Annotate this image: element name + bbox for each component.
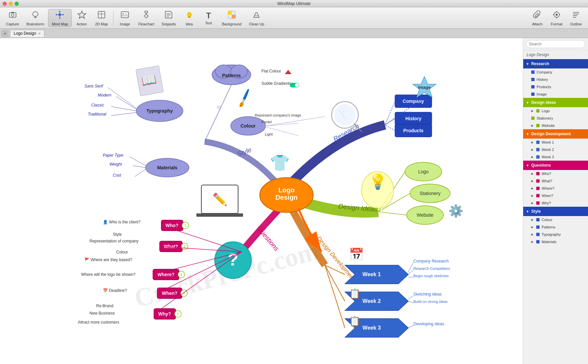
toolbar-snippets[interactable]: Snippets [158,9,179,27]
toolbar-attach[interactable]: Attach [528,9,547,27]
outline-label: Outline [570,22,582,26]
image-dot [531,93,535,96]
svg-text:✏️: ✏️ [212,192,227,206]
expand-when-icon: ▶ [531,194,534,197]
svg-text:Weight: Weight [110,162,122,167]
svg-text:📋: 📋 [349,288,361,299]
toolbar-action[interactable]: Action [72,9,91,27]
svg-text:Week 2: Week 2 [363,298,381,304]
capture-icon [8,10,17,21]
app-title: iMindMap Ultimate [277,1,311,6]
sidebar-item-week2[interactable]: ▶ Week 2 [523,146,588,153]
sidebar-item-who[interactable]: ▶ Who? [523,170,588,177]
sidebar-item-week3[interactable]: ▶ Week 3 [523,153,588,161]
week3-dot [536,155,540,159]
image-icon [120,10,130,21]
sidebar-item-materials[interactable]: ▶ Materials [523,238,588,245]
svg-text:Logo: Logo [278,186,295,194]
toolbar-idea[interactable]: Idea [180,9,199,27]
svg-point-12 [59,17,60,19]
toolbar-image[interactable]: Image [116,9,134,27]
toolbar-flowchart[interactable]: Flowchart [135,9,158,27]
sidebar-section-style[interactable]: ▼ Style [523,207,588,216]
toolbar-brainstorm[interactable]: Brainstorm [23,9,47,27]
attach-icon [533,10,542,21]
sidebar-item-when[interactable]: ▶ When? [523,192,588,199]
sidebar-item-website[interactable]: ▶ Website [523,122,588,129]
background-label: Background [222,22,242,26]
toolbar-format[interactable]: Format [547,9,566,27]
new-tab-button[interactable]: + [1,30,9,37]
svg-text:Products: Products [403,128,424,133]
toolbar-capture[interactable]: Capture [3,9,22,27]
toolbar-cleanup[interactable]: Clean Up [245,9,267,27]
main-content: CrackProPc.com Research Company History … [0,38,588,364]
products-label: Products [537,85,551,89]
2dmap-icon [97,10,106,21]
history-dot [531,78,535,81]
svg-text:Sketching ideas: Sketching ideas [413,292,442,297]
svg-text:Why?: Why? [158,311,171,317]
where-dot [536,187,540,190]
toolbar-text[interactable]: T Text [199,9,218,27]
colour-dot [536,218,540,221]
tab-label: Logo Design [14,31,36,36]
sidebar-section-design-ideas[interactable]: ▼ Design Ideas [523,98,588,107]
colour-label: Colour [542,218,552,222]
svg-text:Sans Serif: Sans Serif [84,84,104,88]
sidebar-item-what[interactable]: ▶ What? [523,177,588,185]
sidebar-item-image[interactable]: Image [523,90,588,98]
sidebar-item-products[interactable]: Products [523,83,588,90]
svg-text:Company Research: Company Research [413,259,449,263]
sidebar-item-patterns[interactable]: ▶ Patterns [523,223,588,231]
svg-text:3: 3 [180,273,182,277]
svg-point-3 [33,12,38,16]
svg-rect-30 [232,15,235,18]
products-dot [531,85,535,88]
sidebar-item-why[interactable]: ▶ Why? [523,199,588,207]
mindmap-canvas[interactable]: CrackProPc.com Research Company History … [0,38,523,364]
svg-text:Pastel: Pastel [261,120,272,124]
cleanup-icon [252,10,261,21]
svg-rect-173 [196,213,243,217]
sidebar-item-logo[interactable]: ▶ Logo [523,107,588,115]
search-input[interactable] [526,40,585,48]
svg-text:Style: Style [113,232,122,237]
svg-point-6 [58,13,61,16]
image-label: Image [120,22,130,26]
brainstorm-label: Brainstorm [26,22,44,26]
sidebar-item-history[interactable]: History [523,76,588,83]
svg-text:Flat Colour: Flat Colour [261,69,281,73]
close-button[interactable] [3,2,7,6]
toolbar-2dmap[interactable]: 2D Map [92,9,112,27]
sidebar-item-colour[interactable]: ▶ Colour [523,216,588,223]
svg-text:⚙️: ⚙️ [448,204,463,218]
svg-text:Materials: Materials [157,165,178,170]
toolbar: Capture Brainstorm Mind Map Act [0,7,588,29]
sidebar-item-company[interactable]: Company [523,68,588,76]
sidebar-item-week1[interactable]: ▶ Week 1 [523,139,588,146]
expand-why-icon: ▶ [531,201,534,205]
sidebar-section-design-dev[interactable]: ▼ Design Development [523,129,588,139]
svg-marker-22 [144,14,148,18]
maximize-button[interactable] [15,2,19,6]
toolbar-background[interactable]: Background [219,9,245,27]
toolbar-mindmap[interactable]: Mind Map [48,9,71,27]
minimize-button[interactable] [9,2,13,6]
sidebar-item-where[interactable]: ▶ Where? [523,185,588,192]
tab-close-button[interactable]: ✕ [38,32,41,35]
sidebar-item-stationery[interactable]: Stationery [523,115,588,122]
svg-point-33 [556,14,558,16]
svg-text:Re-Brand: Re-Brand [96,304,113,308]
toolbar-outline[interactable]: Outline [567,9,585,27]
section-research-label: Research [531,61,549,66]
sidebar-section-research[interactable]: ▼ Research [523,59,588,68]
document-tab[interactable]: Logo Design ✕ [10,30,44,37]
sidebar-section-questions[interactable]: ▼ Questions [523,161,588,170]
svg-point-11 [59,11,60,12]
svg-point-1 [11,14,14,16]
sidebar-item-typography[interactable]: ▶ Typography [523,231,588,238]
svg-text:Paper Type: Paper Type [103,153,123,158]
idea-label: Idea [186,22,193,26]
logo-label: Logo [542,109,550,113]
